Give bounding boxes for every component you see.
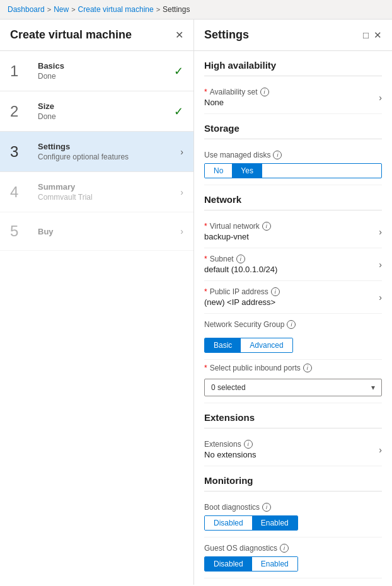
availability-set-label: * Availability set i xyxy=(204,88,374,96)
step-1-info: Basics Done xyxy=(38,61,174,81)
step-3[interactable]: 3 Settings Configure optional features › xyxy=(0,132,193,172)
availability-set-info-icon[interactable]: i xyxy=(260,88,269,96)
inbound-ports-required: * xyxy=(204,364,207,372)
breadcrumb-settings: Settings xyxy=(163,5,190,14)
availability-set-value: None xyxy=(204,98,374,107)
step-5: 5 Buy › xyxy=(0,212,193,251)
boot-diagnostics-info-icon[interactable]: i xyxy=(262,503,271,512)
inbound-ports-dropdown[interactable]: 0 selected ▾ xyxy=(204,379,382,396)
inbound-ports-dropdown-row: 0 selected ▾ xyxy=(204,379,382,403)
subnet-label-text: Subnet xyxy=(210,255,234,263)
step-4-sub: Commvault Trial xyxy=(38,193,180,202)
subnet-label-group: * Subnet i default (10.0.1.0/24) xyxy=(204,255,374,274)
breadcrumb: Dashboard > New > Create virtual machine… xyxy=(0,0,392,20)
boot-diagnostics-disabled-button[interactable]: Disabled xyxy=(205,516,252,530)
managed-disks-info-icon[interactable]: i xyxy=(273,151,282,159)
guest-os-diagnostics-row: Guest OS diagnostics i Disabled Enabled xyxy=(204,537,382,578)
public-ip-row[interactable]: * Public IP address i (new) <IP address>… xyxy=(204,281,382,314)
step-3-sub: Configure optional features xyxy=(38,152,180,161)
step-2[interactable]: 2 Size Done ✓ xyxy=(0,91,193,132)
step-4: 4 Summary Commvault Trial › xyxy=(0,172,193,212)
virtual-network-value: backup-vnet xyxy=(204,232,374,241)
breadcrumb-new[interactable]: New xyxy=(54,5,69,14)
step-5-number: 5 xyxy=(10,222,30,240)
subnet-value: default (10.0.1.0/24) xyxy=(204,265,374,274)
subnet-arrow-icon: › xyxy=(379,260,382,270)
public-ip-label-group: * Public IP address i (new) <IP address> xyxy=(204,287,374,307)
nsg-info-icon[interactable]: i xyxy=(287,320,296,329)
virtual-network-arrow-icon: › xyxy=(379,227,382,237)
boot-diagnostics-label-text: Boot diagnostics xyxy=(204,503,260,512)
inbound-ports-label-text: Select public inbound ports xyxy=(210,364,301,372)
availability-set-label-text: Availability set xyxy=(210,88,258,96)
inbound-ports-info-icon[interactable]: i xyxy=(303,364,312,372)
step-1-number: 1 xyxy=(10,62,30,80)
maximize-icon[interactable]: □ xyxy=(363,30,369,40)
extensions-arrow-icon: › xyxy=(379,445,382,455)
step-1-sub: Done xyxy=(38,72,174,81)
wizard-title: Create virtual machine xyxy=(10,28,132,42)
nsg-label: Network Security Group i xyxy=(204,320,382,329)
guest-os-diagnostics-info-icon[interactable]: i xyxy=(280,544,289,553)
step-5-arrow-icon: › xyxy=(180,226,183,236)
virtual-network-label-group: * Virtual network i backup-vnet xyxy=(204,222,374,241)
boot-diagnostics-label-group: Boot diagnostics i Disabled Enabled xyxy=(204,503,382,531)
extensions-row[interactable]: Extensions i No extensions › xyxy=(204,434,382,466)
guest-os-diagnostics-toggle: Disabled Enabled xyxy=(204,556,298,572)
managed-disks-label-text: Use managed disks xyxy=(204,151,270,159)
public-ip-required: * xyxy=(204,287,207,296)
left-panel: Create virtual machine ✕ 1 Basics Done ✓… xyxy=(0,20,194,585)
steps-list: 1 Basics Done ✓ 2 Size Done ✓ 3 xyxy=(0,51,193,251)
boot-diagnostics-enabled-button[interactable]: Enabled xyxy=(252,516,297,530)
guest-os-diagnostics-disabled-button[interactable]: Disabled xyxy=(205,557,252,571)
boot-diagnostics-toggle: Disabled Enabled xyxy=(204,515,298,531)
managed-disks-yes-button[interactable]: Yes xyxy=(232,164,262,178)
inbound-ports-label: * Select public inbound ports i xyxy=(204,364,382,372)
extensions-info-icon[interactable]: i xyxy=(244,440,253,449)
virtual-network-row[interactable]: * Virtual network i backup-vnet › xyxy=(204,215,382,248)
public-ip-arrow-icon: › xyxy=(379,292,382,302)
breadcrumb-sep-3: > xyxy=(156,6,160,13)
dropdown-chevron-icon: ▾ xyxy=(371,383,375,392)
step-1[interactable]: 1 Basics Done ✓ xyxy=(0,51,193,91)
guest-os-diagnostics-label-text: Guest OS diagnostics xyxy=(204,544,277,553)
nsg-basic-button[interactable]: Basic xyxy=(205,338,241,352)
right-panel-header: Settings □ ✕ xyxy=(194,20,392,51)
nsg-advanced-button[interactable]: Advanced xyxy=(241,338,292,352)
nsg-toggle-row: Basic Advanced xyxy=(204,331,382,360)
diagnostics-storage-row[interactable]: * Diagnostics storage account i <Storage… xyxy=(204,578,382,585)
extensions-label-text: Extensions xyxy=(204,440,241,449)
step-4-name: Summary xyxy=(38,182,180,192)
close-wizard-button[interactable]: ✕ xyxy=(175,29,183,41)
close-panel-button[interactable]: ✕ xyxy=(374,30,382,41)
step-2-name: Size xyxy=(38,101,174,111)
virtual-network-info-icon[interactable]: i xyxy=(262,222,271,231)
guest-os-diagnostics-label: Guest OS diagnostics i xyxy=(204,544,382,553)
settings-title: Settings xyxy=(204,28,249,42)
inbound-ports-value: 0 selected xyxy=(211,383,246,392)
step-2-info: Size Done xyxy=(38,101,174,121)
nsg-row: Network Security Group i xyxy=(204,314,382,331)
step-4-number: 4 xyxy=(10,183,30,201)
boot-diagnostics-row: Boot diagnostics i Disabled Enabled xyxy=(204,497,382,537)
monitoring-header: Monitoring xyxy=(204,466,382,491)
step-3-info: Settings Configure optional features xyxy=(38,142,180,161)
step-2-check-icon: ✓ xyxy=(174,105,183,118)
step-4-arrow-icon: › xyxy=(180,187,183,197)
virtual-network-required: * xyxy=(204,222,207,231)
subnet-info-icon[interactable]: i xyxy=(236,255,245,263)
guest-os-diagnostics-label-group: Guest OS diagnostics i Disabled Enabled xyxy=(204,544,382,572)
breadcrumb-dashboard[interactable]: Dashboard xyxy=(8,5,45,14)
availability-set-label-group: * Availability set i None xyxy=(204,88,374,107)
managed-disks-no-button[interactable]: No xyxy=(205,164,232,178)
step-2-number: 2 xyxy=(10,103,30,120)
availability-set-required: * xyxy=(204,88,207,96)
availability-set-row[interactable]: * Availability set i None › xyxy=(204,81,382,114)
subnet-row[interactable]: * Subnet i default (10.0.1.0/24) › xyxy=(204,248,382,281)
public-ip-info-icon[interactable]: i xyxy=(271,287,280,296)
step-3-number: 3 xyxy=(10,143,30,161)
breadcrumb-create-vm[interactable]: Create virtual machine xyxy=(78,5,154,14)
guest-os-diagnostics-enabled-button[interactable]: Enabled xyxy=(252,557,297,571)
step-3-name: Settings xyxy=(38,142,180,151)
network-header: Network xyxy=(204,185,382,210)
